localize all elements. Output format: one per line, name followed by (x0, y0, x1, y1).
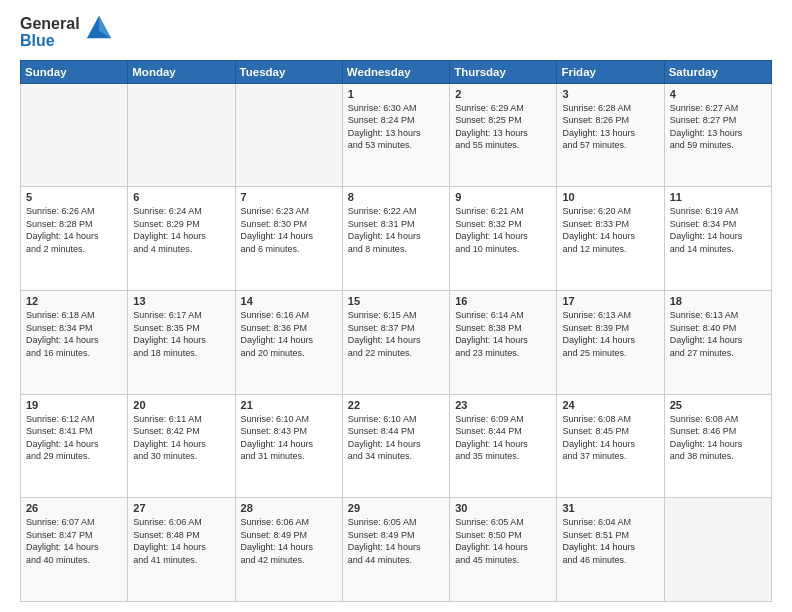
calendar-cell: 3Sunrise: 6:28 AM Sunset: 8:26 PM Daylig… (557, 83, 664, 187)
header: General Blue (20, 16, 772, 50)
calendar-cell (21, 83, 128, 187)
calendar-cell: 27Sunrise: 6:06 AM Sunset: 8:48 PM Dayli… (128, 498, 235, 602)
calendar-week-4: 19Sunrise: 6:12 AM Sunset: 8:41 PM Dayli… (21, 394, 772, 498)
day-header-sunday: Sunday (21, 60, 128, 83)
calendar-cell: 7Sunrise: 6:23 AM Sunset: 8:30 PM Daylig… (235, 187, 342, 291)
cell-info: Sunrise: 6:19 AM Sunset: 8:34 PM Dayligh… (670, 205, 766, 255)
cell-info: Sunrise: 6:14 AM Sunset: 8:38 PM Dayligh… (455, 309, 551, 359)
logo-blue-line: Blue (20, 33, 80, 50)
cell-info: Sunrise: 6:18 AM Sunset: 8:34 PM Dayligh… (26, 309, 122, 359)
day-number: 10 (562, 191, 658, 203)
calendar-cell: 23Sunrise: 6:09 AM Sunset: 8:44 PM Dayli… (450, 394, 557, 498)
day-number: 5 (26, 191, 122, 203)
cell-info: Sunrise: 6:24 AM Sunset: 8:29 PM Dayligh… (133, 205, 229, 255)
day-number: 12 (26, 295, 122, 307)
day-number: 9 (455, 191, 551, 203)
cell-info: Sunrise: 6:13 AM Sunset: 8:39 PM Dayligh… (562, 309, 658, 359)
day-header-thursday: Thursday (450, 60, 557, 83)
day-header-tuesday: Tuesday (235, 60, 342, 83)
calendar-cell (128, 83, 235, 187)
cell-info: Sunrise: 6:21 AM Sunset: 8:32 PM Dayligh… (455, 205, 551, 255)
calendar-cell: 6Sunrise: 6:24 AM Sunset: 8:29 PM Daylig… (128, 187, 235, 291)
day-number: 4 (670, 88, 766, 100)
calendar-body: 1Sunrise: 6:30 AM Sunset: 8:24 PM Daylig… (21, 83, 772, 601)
day-number: 29 (348, 502, 444, 514)
calendar-cell: 16Sunrise: 6:14 AM Sunset: 8:38 PM Dayli… (450, 290, 557, 394)
logo-triangle-icon (85, 14, 113, 42)
cell-info: Sunrise: 6:04 AM Sunset: 8:51 PM Dayligh… (562, 516, 658, 566)
day-header-wednesday: Wednesday (342, 60, 449, 83)
cell-info: Sunrise: 6:08 AM Sunset: 8:46 PM Dayligh… (670, 413, 766, 463)
calendar-cell: 17Sunrise: 6:13 AM Sunset: 8:39 PM Dayli… (557, 290, 664, 394)
day-number: 1 (348, 88, 444, 100)
cell-info: Sunrise: 6:13 AM Sunset: 8:40 PM Dayligh… (670, 309, 766, 359)
day-of-week-row: SundayMondayTuesdayWednesdayThursdayFrid… (21, 60, 772, 83)
day-number: 24 (562, 399, 658, 411)
calendar-cell: 8Sunrise: 6:22 AM Sunset: 8:31 PM Daylig… (342, 187, 449, 291)
day-number: 28 (241, 502, 337, 514)
calendar-cell: 2Sunrise: 6:29 AM Sunset: 8:25 PM Daylig… (450, 83, 557, 187)
cell-info: Sunrise: 6:27 AM Sunset: 8:27 PM Dayligh… (670, 102, 766, 152)
cell-info: Sunrise: 6:28 AM Sunset: 8:26 PM Dayligh… (562, 102, 658, 152)
cell-info: Sunrise: 6:06 AM Sunset: 8:48 PM Dayligh… (133, 516, 229, 566)
day-number: 27 (133, 502, 229, 514)
day-number: 18 (670, 295, 766, 307)
calendar-cell: 1Sunrise: 6:30 AM Sunset: 8:24 PM Daylig… (342, 83, 449, 187)
calendar-cell: 25Sunrise: 6:08 AM Sunset: 8:46 PM Dayli… (664, 394, 771, 498)
calendar-cell: 22Sunrise: 6:10 AM Sunset: 8:44 PM Dayli… (342, 394, 449, 498)
cell-info: Sunrise: 6:09 AM Sunset: 8:44 PM Dayligh… (455, 413, 551, 463)
calendar-cell: 9Sunrise: 6:21 AM Sunset: 8:32 PM Daylig… (450, 187, 557, 291)
cell-info: Sunrise: 6:29 AM Sunset: 8:25 PM Dayligh… (455, 102, 551, 152)
calendar-cell: 4Sunrise: 6:27 AM Sunset: 8:27 PM Daylig… (664, 83, 771, 187)
cell-info: Sunrise: 6:06 AM Sunset: 8:49 PM Dayligh… (241, 516, 337, 566)
calendar-cell: 24Sunrise: 6:08 AM Sunset: 8:45 PM Dayli… (557, 394, 664, 498)
day-number: 16 (455, 295, 551, 307)
day-number: 25 (670, 399, 766, 411)
cell-info: Sunrise: 6:10 AM Sunset: 8:43 PM Dayligh… (241, 413, 337, 463)
day-number: 7 (241, 191, 337, 203)
calendar-week-1: 1Sunrise: 6:30 AM Sunset: 8:24 PM Daylig… (21, 83, 772, 187)
logo-general-line: General (20, 16, 80, 33)
day-number: 21 (241, 399, 337, 411)
day-number: 17 (562, 295, 658, 307)
calendar-cell: 13Sunrise: 6:17 AM Sunset: 8:35 PM Dayli… (128, 290, 235, 394)
day-number: 3 (562, 88, 658, 100)
cell-info: Sunrise: 6:05 AM Sunset: 8:49 PM Dayligh… (348, 516, 444, 566)
calendar-cell: 12Sunrise: 6:18 AM Sunset: 8:34 PM Dayli… (21, 290, 128, 394)
cell-info: Sunrise: 6:26 AM Sunset: 8:28 PM Dayligh… (26, 205, 122, 255)
calendar-cell: 20Sunrise: 6:11 AM Sunset: 8:42 PM Dayli… (128, 394, 235, 498)
day-number: 8 (348, 191, 444, 203)
day-number: 23 (455, 399, 551, 411)
calendar-cell: 31Sunrise: 6:04 AM Sunset: 8:51 PM Dayli… (557, 498, 664, 602)
cell-info: Sunrise: 6:23 AM Sunset: 8:30 PM Dayligh… (241, 205, 337, 255)
cell-info: Sunrise: 6:15 AM Sunset: 8:37 PM Dayligh… (348, 309, 444, 359)
cell-info: Sunrise: 6:30 AM Sunset: 8:24 PM Dayligh… (348, 102, 444, 152)
cell-info: Sunrise: 6:12 AM Sunset: 8:41 PM Dayligh… (26, 413, 122, 463)
calendar-cell (664, 498, 771, 602)
calendar-cell: 30Sunrise: 6:05 AM Sunset: 8:50 PM Dayli… (450, 498, 557, 602)
page: General Blue SundayMondayTuesdayWednesda… (0, 0, 792, 612)
calendar-cell: 19Sunrise: 6:12 AM Sunset: 8:41 PM Dayli… (21, 394, 128, 498)
calendar-cell: 14Sunrise: 6:16 AM Sunset: 8:36 PM Dayli… (235, 290, 342, 394)
day-number: 31 (562, 502, 658, 514)
day-number: 22 (348, 399, 444, 411)
cell-info: Sunrise: 6:16 AM Sunset: 8:36 PM Dayligh… (241, 309, 337, 359)
cell-info: Sunrise: 6:07 AM Sunset: 8:47 PM Dayligh… (26, 516, 122, 566)
calendar-cell: 15Sunrise: 6:15 AM Sunset: 8:37 PM Dayli… (342, 290, 449, 394)
calendar-cell (235, 83, 342, 187)
cell-info: Sunrise: 6:22 AM Sunset: 8:31 PM Dayligh… (348, 205, 444, 255)
logo: General Blue (20, 16, 113, 50)
cell-info: Sunrise: 6:11 AM Sunset: 8:42 PM Dayligh… (133, 413, 229, 463)
cell-info: Sunrise: 6:10 AM Sunset: 8:44 PM Dayligh… (348, 413, 444, 463)
day-number: 19 (26, 399, 122, 411)
day-number: 15 (348, 295, 444, 307)
day-number: 14 (241, 295, 337, 307)
day-header-saturday: Saturday (664, 60, 771, 83)
day-number: 26 (26, 502, 122, 514)
calendar-cell: 28Sunrise: 6:06 AM Sunset: 8:49 PM Dayli… (235, 498, 342, 602)
calendar-cell: 29Sunrise: 6:05 AM Sunset: 8:49 PM Dayli… (342, 498, 449, 602)
day-header-friday: Friday (557, 60, 664, 83)
cell-info: Sunrise: 6:17 AM Sunset: 8:35 PM Dayligh… (133, 309, 229, 359)
cell-info: Sunrise: 6:05 AM Sunset: 8:50 PM Dayligh… (455, 516, 551, 566)
cell-info: Sunrise: 6:08 AM Sunset: 8:45 PM Dayligh… (562, 413, 658, 463)
